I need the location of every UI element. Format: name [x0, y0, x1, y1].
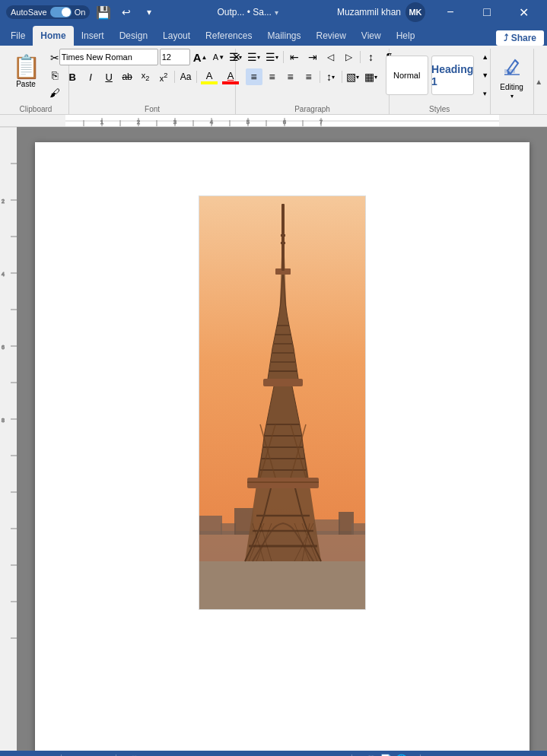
tab-mailings[interactable]: Mailings [259, 26, 308, 46]
tab-insert[interactable]: Insert [74, 26, 112, 46]
styles-area: Normal Heading 1 ▲ ▼ ▾ [386, 49, 494, 102]
para-div3 [320, 71, 320, 83]
bullets-icon: ☰ [229, 51, 239, 63]
sort-icon: ↕ [368, 51, 374, 63]
share-button[interactable]: ⤴ Share [496, 30, 544, 46]
titlebar-center: Outp... • Sa... ▾ [217, 7, 278, 17]
titlebar-left: AutoSave On 💾 ↩ ▾ [6, 4, 158, 21]
document-area: 2 4 6 8 [0, 127, 547, 751]
autosave-toggle[interactable] [50, 7, 72, 17]
paste-button[interactable]: 📋 Paste [8, 49, 44, 91]
increase-indent-button[interactable]: ⇥ [304, 49, 321, 65]
tab-help[interactable]: Help [389, 26, 423, 46]
svg-rect-46 [199, 516, 222, 535]
eiffel-tower-svg [199, 196, 366, 610]
justify-button[interactable]: ≡ [301, 68, 317, 85]
font-size-select[interactable]: 12 [160, 49, 190, 65]
para-div2 [360, 51, 361, 63]
svg-text:4: 4 [2, 272, 5, 277]
bullets-button[interactable]: ☰ ▾ [227, 49, 244, 65]
align-center-button[interactable]: ≡ [264, 68, 281, 85]
numbering-button[interactable]: ☰ ▾ [246, 49, 262, 65]
tab-home[interactable]: Home [33, 26, 73, 46]
align-right-button[interactable]: ≡ [282, 68, 299, 85]
borders-button[interactable]: ▦ ▾ [363, 68, 380, 85]
bold-button[interactable]: B [64, 68, 81, 85]
align-left-button[interactable]: ≡ [246, 68, 262, 85]
user-avatar[interactable]: MK [405, 2, 425, 22]
svg-text:2: 2 [2, 199, 5, 204]
style-heading1[interactable]: Heading 1 [431, 56, 474, 95]
close-button[interactable]: ✕ [506, 0, 541, 24]
font-group: Times New Roman 12 A▲ A▼ ✕ B I U [69, 49, 236, 114]
minimize-button[interactable]: − [433, 0, 468, 24]
sort-button[interactable]: ↕ [363, 49, 380, 65]
ltr-button[interactable]: ◁ [323, 49, 339, 65]
para-row2: ≡ ≡ ≡ ≡ ↕ ▾ ▧ ▾ ▦ ▾ [246, 68, 380, 85]
underline-button[interactable]: U [100, 68, 117, 85]
font-family-select[interactable]: Times New Roman [59, 49, 158, 65]
align-right-icon: ≡ [287, 71, 293, 83]
titlebar-right: Muzammil khan MK − □ ✕ [337, 0, 541, 24]
embedded-image[interactable] [199, 195, 366, 610]
para-row1: ☰ ▾ ☰ ▾ ☰ ▾ ⇤ ⇥ ◁ ▷ [227, 49, 398, 65]
save-button[interactable]: 💾 [94, 4, 113, 21]
svg-rect-77 [281, 234, 285, 237]
paste-icon: 📋 [12, 56, 40, 78]
restore-button[interactable]: □ [469, 0, 504, 24]
document-page[interactable] [35, 142, 530, 751]
svg-text:5: 5 [246, 119, 250, 125]
copy-button[interactable]: ⎘ [46, 67, 64, 84]
shrink-font-icon: A [213, 52, 218, 62]
style-normal[interactable]: Normal [386, 56, 428, 95]
shading-button[interactable]: ▧ ▾ [345, 68, 361, 85]
shrink-font-button[interactable]: A▼ [210, 49, 227, 65]
ribbon-tab-bar: File Home Insert Design Layout Reference… [0, 24, 547, 46]
editing-button[interactable]: Editing ▾ [495, 49, 529, 102]
undo-button[interactable]: ↩ [117, 4, 135, 21]
share-icon: ⤴ [504, 33, 508, 43]
subscript-button[interactable]: x2 [137, 68, 154, 85]
tab-layout[interactable]: Layout [155, 26, 198, 46]
svg-rect-76 [281, 242, 285, 244]
title-dropdown-icon[interactable]: ▾ [275, 8, 278, 17]
decrease-indent-icon: ⇤ [290, 51, 299, 63]
tab-file[interactable]: File [3, 26, 33, 46]
paragraph-group-label: Paragraph [294, 103, 330, 114]
justify-icon: ≡ [305, 71, 311, 83]
page-container[interactable] [17, 127, 547, 751]
multilevel-icon: ☰ [266, 51, 275, 63]
editing-group: Editing ▾ - [491, 49, 534, 114]
tab-design[interactable]: Design [112, 26, 155, 46]
status-bar: Page 1 of 1 0 words 📖 English (United St… [0, 751, 547, 756]
svg-text:3: 3 [173, 119, 177, 125]
svg-text:8: 8 [2, 418, 5, 423]
change-case-button[interactable]: Aa [177, 68, 194, 85]
line-spacing-button[interactable]: ↕ ▾ [323, 68, 339, 85]
ribbon-collapse-button[interactable]: ▲ [534, 49, 544, 114]
rtl-button[interactable]: ▷ [341, 49, 358, 65]
svg-rect-52 [199, 561, 366, 610]
tab-references[interactable]: References [198, 26, 259, 46]
decrease-indent-button[interactable]: ⇤ [286, 49, 303, 65]
highlight-color-button[interactable]: A [199, 68, 219, 85]
autosave-area[interactable]: AutoSave On [6, 5, 90, 19]
multilevel-list-button[interactable]: ☰ ▾ [264, 49, 281, 65]
font-divider [174, 71, 175, 83]
svg-text:1: 1 [100, 119, 103, 125]
grow-font-icon: A [193, 51, 202, 64]
superscript-button[interactable]: x2 [155, 68, 172, 85]
font-row1: Times New Roman 12 A▲ A▼ ✕ [59, 49, 246, 65]
svg-text:6: 6 [283, 119, 286, 125]
grow-font-button[interactable]: A▲ [192, 49, 209, 65]
para-div4 [342, 71, 342, 83]
tab-view[interactable]: View [354, 26, 389, 46]
tab-review[interactable]: Review [308, 26, 353, 46]
align-left-icon: ≡ [250, 71, 256, 83]
strikethrough-button[interactable]: ab [119, 68, 135, 85]
cut-icon: ✂ [50, 52, 59, 64]
format-painter-button[interactable]: 🖌 [46, 84, 64, 101]
editing-dropdown-icon: ▾ [510, 93, 514, 100]
italic-button[interactable]: I [82, 68, 99, 85]
more-commands-button[interactable]: ▾ [140, 4, 158, 21]
